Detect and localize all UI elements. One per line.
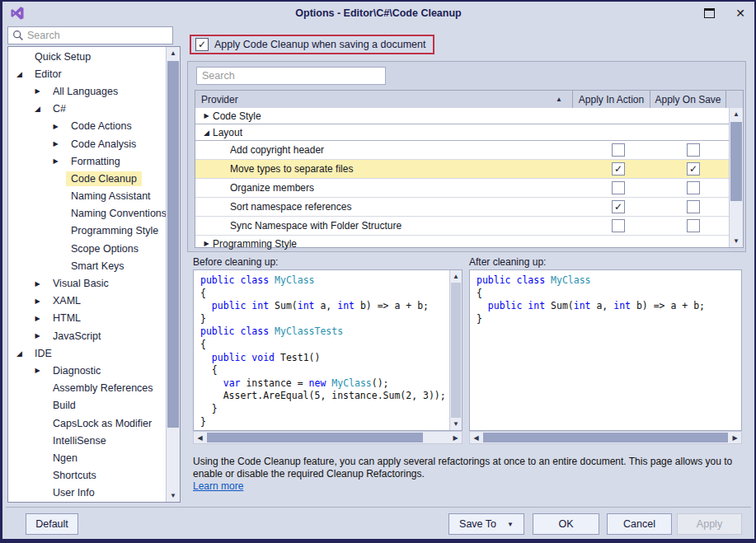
apply-button[interactable]: Apply xyxy=(677,513,742,535)
tree-expander-icon[interactable]: ◢ xyxy=(13,349,26,358)
tree-expander-icon[interactable]: ▶ xyxy=(31,315,44,322)
sidebar-item-ngen[interactable]: Ngen xyxy=(8,449,166,466)
before-hscroll-thumb[interactable] xyxy=(207,433,423,442)
apply-on-save-column-header[interactable]: Apply On Save xyxy=(650,91,726,108)
sidebar-item-assembly-references[interactable]: Assembly References xyxy=(8,380,166,397)
scroll-right-icon[interactable]: ▶ xyxy=(729,432,741,443)
scroll-down-icon[interactable]: ▼ xyxy=(450,418,462,430)
maximize-button[interactable] xyxy=(702,6,716,21)
scroll-down-icon[interactable]: ▼ xyxy=(730,235,743,247)
before-horizontal-scrollbar[interactable]: ◀ ▶ xyxy=(193,431,463,444)
provider-table-scrollbar[interactable]: ▲ ▼ xyxy=(729,108,743,247)
cancel-button[interactable]: Cancel xyxy=(607,513,672,535)
provider-column-header[interactable]: Provider ▲ xyxy=(195,91,573,108)
after-hscroll-thumb[interactable] xyxy=(483,433,728,442)
sidebar-item-editor[interactable]: ◢Editor xyxy=(8,65,166,82)
provider-row-layout[interactable]: ◢Layout xyxy=(195,124,730,141)
sidebar-item-javascript[interactable]: ▶JavaScript xyxy=(8,327,166,344)
sidebar-item-visual-basic[interactable]: ▶Visual Basic xyxy=(8,274,166,292)
sidebar-item-code-cleanup[interactable]: Code Cleanup xyxy=(8,170,166,187)
sidebar-item-label: Shortcuts xyxy=(48,468,101,483)
apply-on-save-checkbox[interactable] xyxy=(687,181,700,194)
sidebar-item-html[interactable]: ▶HTML xyxy=(8,310,166,327)
scroll-right-icon[interactable]: ▶ xyxy=(449,432,462,443)
scroll-up-icon[interactable]: ▲ xyxy=(167,47,180,59)
scroll-left-icon[interactable]: ◀ xyxy=(470,432,482,443)
provider-row-programming-style[interactable]: ▶Programming Style xyxy=(195,236,730,252)
sidebar-item-intellisense[interactable]: IntelliSense xyxy=(8,432,166,449)
sidebar-item-build[interactable]: Build xyxy=(8,397,166,414)
sidebar-item-code-actions[interactable]: ▶Code Actions xyxy=(8,118,166,135)
scroll-left-icon[interactable]: ◀ xyxy=(194,432,206,443)
maximize-icon xyxy=(704,8,715,18)
apply-in-action-checkbox[interactable] xyxy=(612,181,625,194)
sidebar-item-capslock-as-modifier[interactable]: CapsLock as Modifier xyxy=(8,414,166,432)
sidebar-item-diagnostic[interactable]: ▶Diagnostic xyxy=(8,362,166,379)
tree-expander-icon[interactable]: ▶ xyxy=(49,157,62,165)
apply-in-action-checkbox[interactable] xyxy=(612,219,625,232)
sidebar-item-quick-setup[interactable]: Quick Setup xyxy=(8,48,166,65)
tree-expander-icon[interactable]: ◢ xyxy=(13,70,26,78)
sidebar-item-programming-style[interactable]: Programming Style xyxy=(8,222,166,240)
dropdown-arrow-icon: ▼ xyxy=(507,521,514,528)
provider-row-organize-members[interactable]: Organize members xyxy=(195,179,730,198)
ok-button[interactable]: OK xyxy=(533,513,599,535)
apply-in-action-column-header[interactable]: Apply In Action xyxy=(573,91,650,108)
sidebar-item-shortcuts[interactable]: Shortcuts xyxy=(8,467,166,484)
before-vertical-scrollbar[interactable]: ▲ ▼ xyxy=(449,270,462,430)
sidebar-item-all-languages[interactable]: ▶All Languages xyxy=(8,82,166,100)
tree-expander-icon[interactable]: ▶ xyxy=(49,123,62,130)
after-horizontal-scrollbar[interactable]: ◀ ▶ xyxy=(469,431,742,444)
sidebar-item-c[interactable]: ◢C# xyxy=(8,101,166,118)
tree-expander-icon[interactable]: ▶ xyxy=(31,367,44,374)
tree-expander-icon[interactable]: ▶ xyxy=(200,240,213,247)
sidebar-item-smart-keys[interactable]: Smart Keys xyxy=(8,257,166,274)
sidebar-item-code-analysis[interactable]: ▶Code Analysis xyxy=(8,135,166,152)
provider-row-sync-namespace-with-folder-structure[interactable]: Sync Namespace with Folder Structure xyxy=(195,217,730,236)
sidebar-item-label: IntelliSense xyxy=(48,433,111,448)
apply-on-save-checkbox[interactable] xyxy=(687,143,700,157)
scroll-down-icon[interactable]: ▼ xyxy=(167,489,180,502)
apply-in-action-checkbox[interactable] xyxy=(612,200,625,213)
tree-expander-icon[interactable]: ▶ xyxy=(200,112,213,119)
sidebar-item-user-info[interactable]: User Info xyxy=(8,484,166,502)
close-button[interactable]: ✕ xyxy=(733,6,748,21)
sidebar-item-naming-conventions[interactable]: Naming Conventions xyxy=(8,205,166,222)
apply-on-save-checkbox[interactable] xyxy=(687,162,700,176)
apply-in-action-checkbox[interactable] xyxy=(612,143,625,157)
scroll-up-icon[interactable]: ▲ xyxy=(730,108,743,120)
sidebar-item-formatting[interactable]: ▶Formatting xyxy=(8,152,166,170)
sidebar-item-ide[interactable]: ◢IDE xyxy=(8,344,166,362)
tree-scrollbar-thumb[interactable] xyxy=(167,61,179,428)
sidebar-item-scope-options[interactable]: Scope Options xyxy=(8,240,166,257)
sidebar-item-xaml[interactable]: ▶XAML xyxy=(8,293,166,310)
tree-expander-icon[interactable]: ▶ xyxy=(31,280,44,288)
apply-code-cleanup-checkbox[interactable] xyxy=(195,38,209,51)
tree-expander-icon[interactable]: ▶ xyxy=(31,297,44,305)
provider-row-code-style[interactable]: ▶Code Style xyxy=(195,108,730,124)
provider-row-sort-namespace-references[interactable]: Sort namespace references xyxy=(195,198,730,217)
before-vscroll-thumb[interactable] xyxy=(451,283,461,418)
provider-row-add-copyright-header[interactable]: Add copyright header xyxy=(195,141,730,160)
save-to-button[interactable]: Save To ▼ xyxy=(448,513,524,535)
default-button[interactable]: Default xyxy=(26,513,78,535)
apply-in-action-checkbox[interactable] xyxy=(612,162,625,176)
tree-expander-icon[interactable]: ▶ xyxy=(31,87,44,95)
tree-expander-icon[interactable]: ▶ xyxy=(31,332,44,339)
provider-scrollbar-thumb[interactable] xyxy=(730,122,742,201)
tree-scrollbar[interactable]: ▲ ▼ xyxy=(166,47,180,502)
tree-expander-icon[interactable]: ◢ xyxy=(200,129,213,137)
apply-on-save-checkbox[interactable] xyxy=(687,219,700,232)
sidebar-item-naming-assistant[interactable]: Naming Assistant xyxy=(8,188,166,205)
apply-on-save-option[interactable]: Apply Code Cleanup when saving a documen… xyxy=(190,35,434,54)
tree-expander-icon[interactable]: ◢ xyxy=(31,105,44,113)
learn-more-link[interactable]: Learn more xyxy=(193,480,243,492)
sidebar-search-placeholder: Search xyxy=(27,30,60,41)
provider-row-move-types-to-separate-files[interactable]: Move types to separate files xyxy=(195,160,730,179)
provider-search-input[interactable]: Search xyxy=(196,67,386,85)
apply-on-save-checkbox[interactable] xyxy=(687,200,700,213)
tree-expander-icon[interactable]: ▶ xyxy=(49,140,62,147)
sidebar-search-input[interactable]: Search xyxy=(7,26,173,44)
code-line: { xyxy=(477,288,741,301)
scroll-up-icon[interactable]: ▲ xyxy=(450,270,462,283)
